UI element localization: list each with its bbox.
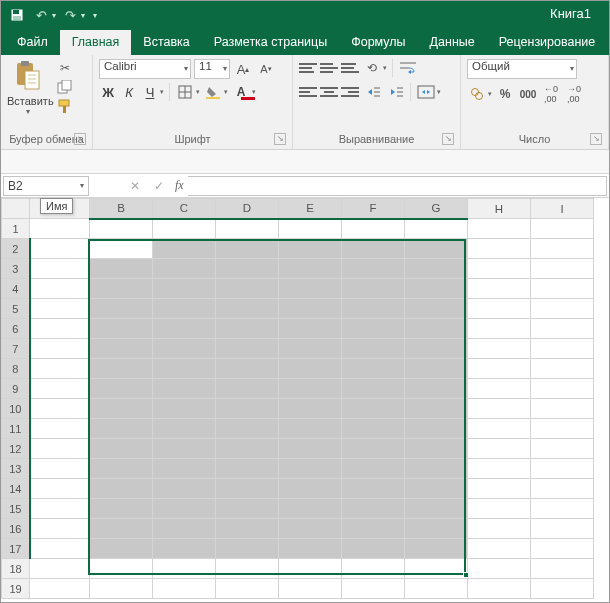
cell[interactable] (90, 279, 153, 299)
redo-more-icon[interactable]: ▾ (81, 11, 85, 20)
cell[interactable] (342, 239, 405, 259)
cut-icon[interactable]: ✂ (55, 59, 75, 77)
cell[interactable] (30, 499, 90, 519)
row-header[interactable]: 18 (2, 559, 30, 579)
cell[interactable] (531, 519, 594, 539)
column-header[interactable]: I (531, 199, 594, 219)
align-top-icon[interactable] (299, 60, 317, 76)
cell[interactable] (468, 559, 531, 579)
cell[interactable] (279, 479, 342, 499)
cell[interactable] (30, 299, 90, 319)
cell[interactable] (90, 559, 153, 579)
cell[interactable] (468, 279, 531, 299)
cell[interactable] (30, 439, 90, 459)
cell[interactable] (342, 319, 405, 339)
cell[interactable] (153, 539, 216, 559)
cell[interactable] (531, 259, 594, 279)
cell[interactable] (279, 359, 342, 379)
cell[interactable] (153, 419, 216, 439)
cell[interactable] (90, 479, 153, 499)
spreadsheet-grid[interactable]: ABCDEFGHI12345678910111213141516171819 (1, 198, 609, 603)
save-icon[interactable] (7, 5, 27, 25)
row-header[interactable]: 7 (2, 339, 30, 359)
cell[interactable] (30, 479, 90, 499)
cell[interactable] (216, 519, 279, 539)
italic-button[interactable]: К (120, 85, 138, 100)
cell[interactable] (30, 399, 90, 419)
cell[interactable] (153, 499, 216, 519)
increase-decimal-icon[interactable]: ←0,00 (541, 85, 561, 103)
qat-customize-icon[interactable]: ▾ (93, 11, 97, 20)
cell[interactable] (30, 519, 90, 539)
redo-icon[interactable]: ↷ (60, 5, 80, 25)
cell[interactable] (279, 579, 342, 599)
row-header[interactable]: 8 (2, 359, 30, 379)
cancel-formula-icon[interactable]: ✕ (123, 179, 147, 193)
cell[interactable] (405, 239, 468, 259)
bold-button[interactable]: Ж (99, 85, 117, 100)
cell[interactable] (531, 439, 594, 459)
cell[interactable] (468, 339, 531, 359)
cell[interactable] (153, 459, 216, 479)
column-header[interactable]: C (153, 199, 216, 219)
cell[interactable] (405, 399, 468, 419)
cell[interactable] (468, 519, 531, 539)
cell[interactable] (342, 439, 405, 459)
cell[interactable] (531, 359, 594, 379)
format-painter-icon[interactable] (55, 97, 75, 115)
tab-insert[interactable]: Вставка (131, 30, 201, 55)
cell[interactable] (342, 499, 405, 519)
cell[interactable] (468, 539, 531, 559)
cell[interactable] (279, 439, 342, 459)
tab-page-layout[interactable]: Разметка страницы (202, 30, 339, 55)
cell[interactable] (279, 319, 342, 339)
cell[interactable] (468, 319, 531, 339)
cell[interactable] (531, 239, 594, 259)
cell[interactable] (468, 439, 531, 459)
font-launcher-icon[interactable]: ↘ (274, 133, 286, 145)
cell[interactable] (468, 399, 531, 419)
cell[interactable] (531, 419, 594, 439)
cell[interactable] (405, 219, 468, 239)
cell[interactable] (90, 539, 153, 559)
cell[interactable] (405, 259, 468, 279)
name-box[interactable]: B2▾ (3, 176, 89, 196)
cell[interactable] (216, 279, 279, 299)
cell[interactable] (90, 419, 153, 439)
cell[interactable] (279, 539, 342, 559)
cell[interactable] (90, 259, 153, 279)
cell[interactable] (405, 539, 468, 559)
cell[interactable] (342, 419, 405, 439)
borders-icon[interactable] (175, 83, 195, 101)
grow-font-icon[interactable]: A▴ (233, 60, 253, 78)
cell[interactable] (531, 339, 594, 359)
cell[interactable] (279, 419, 342, 439)
column-header[interactable]: F (342, 199, 405, 219)
cell[interactable] (153, 579, 216, 599)
row-header[interactable]: 13 (2, 459, 30, 479)
cell[interactable] (90, 499, 153, 519)
align-middle-icon[interactable] (320, 60, 338, 76)
font-name-combo[interactable]: Calibri▾ (99, 59, 191, 79)
cell[interactable] (30, 359, 90, 379)
cell[interactable] (531, 379, 594, 399)
increase-indent-icon[interactable] (385, 83, 405, 101)
cell[interactable] (468, 219, 531, 239)
decrease-decimal-icon[interactable]: →0,00 (564, 85, 584, 103)
cell[interactable] (342, 339, 405, 359)
column-header[interactable]: D (216, 199, 279, 219)
cell[interactable] (90, 439, 153, 459)
cell[interactable] (90, 359, 153, 379)
column-header[interactable]: B (90, 199, 153, 219)
cell[interactable] (405, 439, 468, 459)
column-header[interactable]: E (279, 199, 342, 219)
cell[interactable] (405, 359, 468, 379)
cell[interactable] (279, 399, 342, 419)
cell[interactable] (30, 219, 90, 239)
align-right-icon[interactable] (341, 84, 359, 100)
cell[interactable] (342, 579, 405, 599)
cell[interactable] (342, 299, 405, 319)
cell[interactable] (90, 579, 153, 599)
cell[interactable] (216, 319, 279, 339)
row-header[interactable]: 6 (2, 319, 30, 339)
